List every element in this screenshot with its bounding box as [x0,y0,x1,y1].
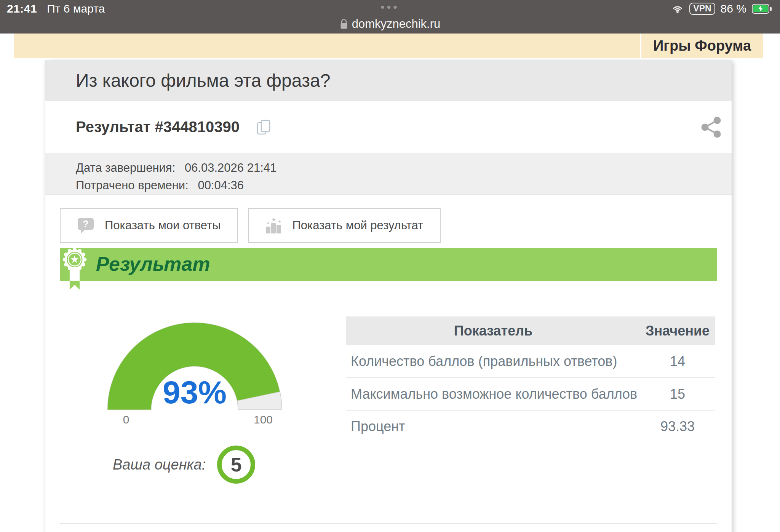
forum-banner-strip [14,34,640,58]
result-banner-title: Результат [96,252,210,275]
podium-stars-icon [265,217,282,234]
page-dots-indicator: ••• [0,1,780,14]
time-spent-value: 00:04:36 [198,179,244,192]
show-answers-button[interactable]: ? Показать мои ответы [60,208,238,243]
svg-text:?: ? [83,219,88,229]
completion-date-line: Дата завершения: 06.03.2026 21:41 [76,159,732,177]
completion-date-value: 06.03.2026 21:41 [185,161,277,174]
table-row-value: 15 [640,377,715,410]
safari-address-bar[interactable]: domkyznechik.ru [0,15,780,33]
forum-games-link[interactable]: Игры Форума [641,34,763,58]
result-header-row: Результат #344810390 [45,101,732,153]
result-details: Дата завершения: 06.03.2026 21:41 Потрач… [45,153,732,195]
page-body: Из какого фильма эта фраза? Результат #3… [0,58,780,532]
ios-statusbar: ••• 21:41 Пт 6 марта VPN 86 % [0,0,780,34]
charging-bolt-icon [757,5,764,13]
forum-top-bar: Игры Форума [0,34,780,58]
lock-icon [340,18,348,30]
quiz-panel: Из какого фильма эта фраза? Результат #3… [45,60,732,532]
grade-value: 5 [231,453,242,476]
battery-charging-icon [752,4,773,14]
result-content: ? Показать мои ответы Пок [45,208,732,524]
result-heading: Результат #344810390 [76,118,240,136]
speech-bubble-question-icon: ? [77,217,95,234]
url-text: domkyznechik.ru [352,17,441,31]
table-row-value: 14 [640,345,715,377]
time-spent-label: Потрачено времени: [76,179,189,192]
table-row-label: Количество баллов (правильных ответов) [346,345,640,377]
quiz-title-bar: Из какого фильма эта фраза? [45,60,732,101]
score-table: Показатель Значение Количество баллов (п… [346,316,715,442]
gauge-percent-label: 93% [107,374,282,411]
gauge-tick-min: 0 [123,413,129,426]
screen: ••• 21:41 Пт 6 марта VPN 86 % [0,0,780,532]
show-result-button[interactable]: Показать мой результат [248,208,441,243]
copy-icon[interactable] [256,118,272,136]
quiz-title: Из какого фильма эта фраза? [76,70,330,91]
grade-badge: 5 [217,446,255,484]
table-row-label: Процент [346,410,640,442]
score-gauge: 0 100 93% [107,321,282,430]
forum-games-label: Игры Форума [653,38,751,54]
table-header-metric: Показатель [346,316,640,345]
gauge-tick-max: 100 [254,413,273,426]
table-header-value: Значение [640,316,715,345]
table-row-label: Максимально возможное количество баллов [346,377,640,410]
grade-row: Ваша оценка: 5 [113,445,717,484]
grade-label: Ваша оценка: [113,457,206,473]
medal-rosette-icon [62,248,87,292]
time-spent-line: Потрачено времени: 00:04:36 [76,177,732,194]
completion-date-label: Дата завершения: [76,161,175,174]
share-icon[interactable] [700,115,722,139]
show-answers-label: Показать мои ответы [105,219,221,232]
divider [60,523,717,524]
result-section-banner: Результат [60,248,717,281]
table-row-value: 93.33 [640,410,715,442]
show-result-label: Показать мой результат [292,219,423,232]
